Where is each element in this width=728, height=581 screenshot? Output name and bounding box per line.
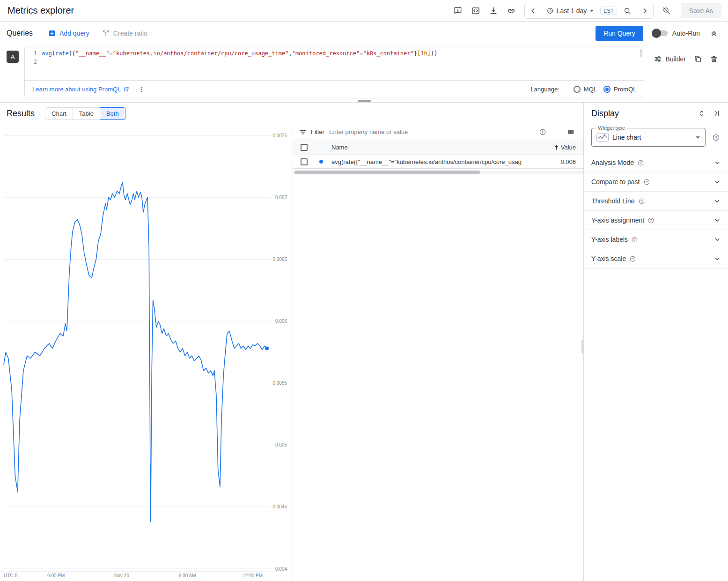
display-header: Display	[584, 103, 728, 124]
time-range-selector[interactable]: Last 1 day	[542, 3, 599, 18]
code-icon[interactable]	[468, 3, 483, 18]
metrics-explorer-app: Metrics explorer Last 1 day	[0, 0, 728, 581]
toggle-knob	[652, 29, 661, 38]
panel-vertical-scrollbar[interactable]	[581, 340, 583, 354]
svg-text:0.004: 0.004	[275, 566, 287, 572]
run-query-button[interactable]: Run Query	[596, 26, 643, 41]
results-view-tabs: ChartTableBoth	[45, 107, 125, 120]
panel-resize-handle[interactable]	[358, 100, 371, 102]
time-forward-button[interactable]	[636, 3, 653, 18]
radio-icon	[574, 86, 581, 93]
filter-icon	[299, 128, 307, 136]
learn-more-link[interactable]: Learn more about using PromQL	[32, 86, 129, 93]
query-editor-row: A 12 avg(rate({"__name__"="kubernetes.io…	[0, 45, 728, 98]
display-section-y-axis-assignment[interactable]: Y-axis assignment?	[584, 211, 728, 230]
duplicate-query-icon[interactable]	[691, 52, 706, 67]
line-chart-svg[interactable]: 0.00750.0070.00650.0060.00550.0050.00450…	[0, 124, 293, 580]
svg-text:Nov 25: Nov 25	[114, 573, 129, 578]
help-icon: ?	[637, 159, 644, 166]
svg-text:UTC-5: UTC-5	[4, 573, 18, 578]
collapse-queries-icon[interactable]	[706, 26, 721, 41]
table-horizontal-scrollbar[interactable]	[293, 171, 583, 174]
results-header: Results ChartTableBoth	[0, 103, 583, 124]
dropdown-caret-icon	[695, 135, 700, 140]
filter-help-icon[interactable]: ?	[537, 126, 549, 138]
time-search-icon[interactable]	[619, 3, 636, 18]
chevron-down-icon	[713, 158, 721, 167]
queries-section-label: Queries	[7, 29, 33, 37]
filter-bar: Filter ?	[293, 124, 583, 140]
display-section-threshold-line[interactable]: Threshold Line?	[584, 192, 728, 211]
display-section-y-axis-labels[interactable]: Y-axis labels?	[584, 230, 728, 249]
tab-table[interactable]: Table	[73, 107, 100, 120]
row-checkbox[interactable]	[301, 158, 308, 165]
download-icon[interactable]	[486, 3, 501, 18]
svg-text:0.0045: 0.0045	[272, 504, 287, 509]
editor-footer: Learn more about using PromQL Language: …	[25, 80, 644, 98]
main-content: Results ChartTableBoth 0.00750.0070.0065…	[0, 103, 728, 581]
create-ratio-button[interactable]: Create ratio	[99, 27, 150, 39]
display-title: Display	[591, 109, 694, 119]
add-query-button[interactable]: Add query	[45, 27, 92, 39]
series-color-dot	[319, 160, 323, 164]
display-panel: Display Widget type Line chart ?	[584, 103, 728, 581]
clock-icon	[546, 7, 554, 15]
column-header-name[interactable]: Name	[319, 144, 522, 151]
select-all-checkbox[interactable]	[301, 144, 308, 151]
svg-text:12:00 PM: 12:00 PM	[243, 573, 263, 578]
language-radio-promql[interactable]: PromQL	[603, 86, 636, 93]
promql-code[interactable]: avg(rate({"__name__"="kubernetes.io/anth…	[42, 49, 644, 80]
svg-text:?: ?	[640, 161, 642, 164]
filter-label: Filter	[311, 128, 324, 135]
results-section-label: Results	[7, 109, 35, 119]
svg-text:?: ?	[640, 199, 642, 202]
save-as-button[interactable]: Save As	[681, 3, 721, 18]
line-chart-icon	[596, 133, 609, 142]
delete-query-icon[interactable]	[706, 52, 721, 67]
unfold-more-icon[interactable]	[694, 106, 709, 121]
tab-both[interactable]: Both	[100, 107, 125, 120]
display-section-y-axis-scale[interactable]: Y-axis scale?	[584, 249, 728, 268]
language-label: Language:	[530, 86, 559, 93]
display-section-compare-to-past[interactable]: Compare to past?	[584, 172, 728, 192]
caret-down-icon	[589, 8, 594, 13]
code-area[interactable]: 12 avg(rate({"__name__"="kubernetes.io/a…	[25, 46, 644, 80]
scrollbar-thumb[interactable]	[294, 171, 480, 174]
help-icon: ?	[638, 198, 645, 205]
collapse-panel-icon[interactable]	[709, 106, 724, 121]
call-split-icon	[102, 29, 110, 37]
zoom-off-icon[interactable]	[659, 3, 674, 18]
help-icon: ?	[631, 236, 638, 243]
column-header-value[interactable]: Value	[522, 144, 583, 151]
feedback-icon[interactable]	[450, 3, 465, 18]
builder-toggle[interactable]: Builder	[650, 52, 690, 66]
editor-more-icon[interactable]	[136, 83, 148, 96]
results-column: Results ChartTableBoth 0.00750.0070.0065…	[0, 103, 584, 581]
results-content: 0.00750.0070.00650.0060.00550.0050.00450…	[0, 124, 583, 581]
auto-run-toggle[interactable]: Auto-Run	[653, 30, 700, 37]
widget-type-help-icon[interactable]: ?	[709, 131, 722, 144]
widget-type-row: Widget type Line chart ?	[591, 128, 722, 147]
tab-chart[interactable]: Chart	[45, 107, 73, 120]
link-icon[interactable]	[504, 3, 519, 18]
editor-scrollbar[interactable]	[640, 49, 642, 57]
query-letter-badge: A	[7, 51, 19, 63]
svg-text:0.0055: 0.0055	[272, 380, 287, 386]
table-row[interactable]: avg(rate({"__name__"="kubernetes.io/anth…	[293, 155, 583, 169]
time-range-label: Last 1 day	[557, 7, 587, 15]
header-actions: Last 1 day EST Save As	[450, 3, 721, 19]
timeseries-chart[interactable]: 0.00750.0070.00650.0060.00550.0050.00450…	[0, 124, 293, 581]
timezone-badge[interactable]: EST	[600, 7, 617, 15]
display-section-analysis-mode[interactable]: Analysis Mode?	[584, 153, 728, 172]
widget-type-select[interactable]: Widget type Line chart	[591, 128, 706, 147]
filter-input[interactable]	[328, 128, 533, 136]
chevron-down-icon	[713, 254, 721, 263]
time-back-button[interactable]	[525, 3, 542, 18]
svg-text:?: ?	[650, 218, 652, 222]
display-sections: Analysis Mode?Compare to past?Threshold …	[584, 153, 728, 268]
column-settings-icon[interactable]	[564, 126, 578, 138]
promql-editor: 12 avg(rate({"__name__"="kubernetes.io/a…	[24, 46, 644, 98]
svg-text:0.0075: 0.0075	[272, 133, 287, 138]
language-radio-mql[interactable]: MQL	[574, 86, 597, 93]
widget-type-legend: Widget type	[596, 125, 627, 131]
